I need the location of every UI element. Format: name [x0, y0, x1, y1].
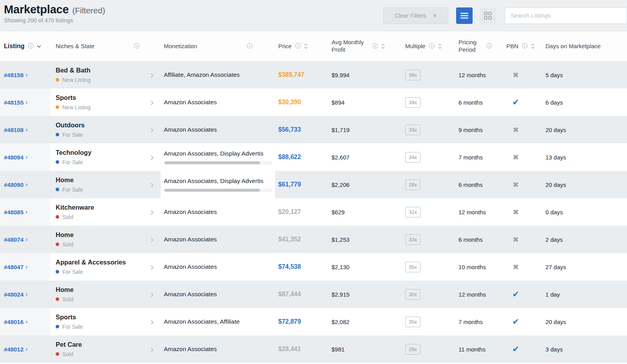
multiple-cell: 33x [400, 116, 448, 143]
avg-monthly-profit-cell: $1,719 [328, 116, 400, 143]
search-input[interactable] [505, 7, 627, 24]
horizontal-scrollbar[interactable] [164, 161, 272, 165]
status-dot [56, 243, 59, 246]
sort-icon[interactable] [381, 43, 385, 49]
listing-id-cell: #48155 › [0, 89, 50, 116]
expand-row-chevron[interactable]: › [143, 143, 161, 171]
expand-row-chevron[interactable]: › [143, 281, 161, 308]
column-header[interactable]: Price ⓘ [275, 31, 328, 61]
listing-id-link[interactable]: #48108 › [4, 126, 27, 133]
listing-id: #48024 [4, 291, 24, 298]
column-header[interactable]: Niches & State ⓘ [50, 31, 143, 61]
niche-state-cell: Sports New Listing [50, 89, 143, 116]
listing-id-link[interactable]: #48074 › [4, 236, 27, 243]
chevron-right-icon: › [25, 181, 27, 188]
scrollbar-thumb[interactable] [165, 161, 260, 164]
expand-row-chevron[interactable]: › [143, 253, 161, 281]
price-cell: $28,441 [275, 335, 328, 363]
grid-view-button[interactable] [480, 7, 496, 24]
column-header[interactable]: Monetization ⓘ [161, 31, 275, 61]
multiple-cell: 39x [400, 61, 448, 89]
scrollbar-thumb[interactable] [165, 189, 260, 192]
listing-id: #48158 [4, 72, 24, 78]
listing-state: For Sale [56, 132, 83, 138]
header-controls: Clear Filters ✕ [383, 7, 627, 24]
table-row[interactable]: #48012 › Pet Care Sold › Amazon Associat… [0, 335, 627, 363]
info-icon[interactable]: ⓘ [486, 43, 492, 50]
column-header[interactable]: Multiple ⓘ [400, 31, 448, 61]
listing-state: Sold [56, 241, 73, 248]
sort-icon[interactable] [304, 43, 308, 49]
listing-id-link[interactable]: #48155 › [4, 99, 27, 106]
sort-icon[interactable] [531, 43, 535, 49]
sort-icon[interactable] [438, 43, 442, 49]
expand-row-chevron[interactable]: › [143, 335, 161, 363]
multiple-badge: 39x [405, 70, 420, 80]
avg-monthly-profit-cell: $2,607 [328, 143, 400, 171]
table-row[interactable]: #48085 › Kitchenware Sold › Amazon Assoc… [0, 198, 627, 226]
listing-id-link[interactable]: #48047 › [4, 263, 27, 270]
hamburger-icon [460, 13, 468, 19]
column-header[interactable]: Days on Marketplace [535, 31, 627, 61]
info-icon[interactable]: ⓘ [522, 43, 527, 50]
table-row[interactable]: #48090 › Home For Sale › Amazon Associat… [0, 171, 627, 198]
expand-row-chevron[interactable]: › [143, 61, 161, 89]
list-view-button[interactable] [456, 7, 473, 24]
listing-id-link[interactable]: #48016 › [4, 318, 27, 325]
chevron-down-icon[interactable] [37, 45, 41, 48]
pricing-period-cell: 12 months [448, 281, 497, 308]
table-row[interactable]: #48158 › Bed & Bath New Listing › Affili… [0, 61, 627, 89]
expand-row-chevron[interactable]: › [143, 116, 161, 143]
clear-filters-button[interactable]: Clear Filters ✕ [383, 7, 448, 24]
info-icon[interactable]: ⓘ [295, 43, 301, 50]
listing-id-link[interactable]: #48024 › [4, 291, 27, 298]
days-on-marketplace-cell: 20 days [535, 171, 627, 198]
listing-id-link[interactable]: #48158 › [4, 71, 27, 78]
state-label: New Listing [62, 104, 91, 110]
expand-row-chevron[interactable]: › [143, 89, 161, 116]
expand-row-chevron[interactable]: › [143, 198, 161, 226]
multiple-cell: 35x [400, 308, 448, 335]
multiple-cell: 34x [400, 143, 448, 171]
info-icon[interactable]: ⓘ [247, 43, 252, 50]
pbn-cell: ✔ [497, 281, 535, 308]
pbn-cell: ✖ [497, 116, 535, 143]
column-header[interactable]: PBN ⓘ [497, 31, 535, 61]
monetization-label: Amazon Associates [164, 99, 272, 106]
niche-label: Home [56, 231, 74, 239]
listing-id-link[interactable]: #48085 › [4, 208, 27, 216]
info-icon[interactable]: ⓘ [372, 43, 378, 50]
state-label: Sold [62, 296, 73, 302]
monetization-label: Affiliate, Amazon Associates [164, 71, 272, 78]
expand-row-chevron[interactable]: › [143, 171, 161, 198]
listing-id-link[interactable]: #48094 › [4, 154, 27, 161]
expand-row-chevron[interactable]: › [143, 226, 161, 253]
table-row[interactable]: #48074 › Home Sold › Amazon Associates $… [0, 226, 627, 253]
pbn-x-icon: ✖ [513, 208, 519, 217]
info-icon[interactable]: ⓘ [28, 43, 33, 50]
table-row[interactable]: #48094 › Technology For Sale › Amazon As… [0, 143, 627, 171]
chevron-right-icon: › [25, 126, 27, 133]
multiple-badge: 33x [405, 125, 420, 135]
info-icon[interactable]: ⓘ [429, 43, 435, 50]
table-row[interactable]: #48016 › Sports For Sale › Amazon Associ… [0, 308, 627, 335]
days-on-marketplace-cell: 20 days [535, 308, 627, 335]
horizontal-scrollbar[interactable] [164, 188, 272, 192]
state-label: Sold [62, 351, 73, 357]
info-icon[interactable]: ⓘ [134, 43, 140, 50]
column-header[interactable]: Avg Monthly Profit ⓘ [328, 31, 400, 61]
table-row[interactable]: #48155 › Sports New Listing › Amazon Ass… [0, 89, 627, 116]
listing-id-link[interactable]: #48090 › [4, 181, 27, 188]
table-row[interactable]: #48024 › Home Sold › Amazon Associates $… [0, 281, 627, 308]
table-row[interactable]: #48108 › Outdoors For Sale › Amazon Asso… [0, 116, 627, 143]
monetization-label: Amazon Associates [164, 208, 272, 216]
listing-id-link[interactable]: #48012 › [4, 346, 27, 353]
table-row[interactable]: #48047 › Apparel & Accessories For Sale … [0, 253, 627, 281]
status-dot [56, 78, 59, 81]
expand-row-chevron[interactable]: › [143, 308, 161, 335]
chevron-right-icon: › [25, 263, 27, 270]
pricing-period-cell: 12 months [448, 198, 497, 226]
column-header[interactable]: Pricing Period ⓘ [448, 31, 497, 61]
column-header[interactable]: Listing ⓘ [0, 31, 50, 61]
multiple-cell: 34x [400, 89, 448, 116]
